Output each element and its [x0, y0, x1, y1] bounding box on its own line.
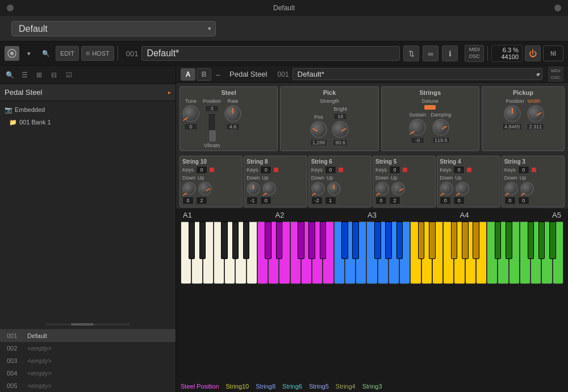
pickup-width-knob[interactable] [527, 105, 544, 122]
pos-knob[interactable] [310, 121, 327, 138]
info-icon[interactable]: ℹ [442, 45, 458, 61]
string-6-up-knob[interactable] [327, 182, 341, 195]
scroll-indicator[interactable] [45, 323, 130, 326]
host-button[interactable]: ⊞ HOST [81, 46, 114, 61]
black-key-oct4-0[interactable] [495, 222, 502, 259]
black-key-oct0-2[interactable] [221, 222, 228, 259]
black-key-oct3-3[interactable] [462, 222, 469, 259]
string-6-down-knob[interactable] [311, 182, 325, 195]
plugin-preset-dropdown[interactable]: Default* [293, 68, 542, 80]
search-icon[interactable]: 🔍 [39, 46, 53, 61]
black-key-oct0-0[interactable] [189, 222, 195, 259]
string-4-down-knob[interactable] [440, 182, 453, 195]
up-down-arrows[interactable]: ⇅ [403, 45, 419, 61]
instrument-header[interactable]: Pedal Steel ▸ [0, 84, 176, 101]
tab-a[interactable]: A [181, 68, 195, 81]
embedded-item[interactable]: 📷 Embedded [0, 103, 176, 116]
string-10-keys-label: Keys [182, 167, 194, 173]
black-key-oct2-3[interactable] [385, 222, 392, 259]
damping-knob[interactable] [432, 119, 449, 136]
string-4-up-knob[interactable] [456, 182, 469, 195]
preset-selector[interactable]: Default [11, 21, 216, 36]
piano-label-a2: A2 [275, 211, 285, 219]
preset-item-2[interactable]: 003 <empty> [0, 355, 176, 367]
plugin-preset-select[interactable]: Default* ▾ [293, 68, 542, 80]
position-slider[interactable] [208, 113, 216, 141]
list-view-icon[interactable]: ☰ [18, 69, 31, 81]
black-key-oct2-0[interactable] [341, 222, 348, 259]
string-5-down-label: Down [375, 175, 389, 181]
black-key-oct3-4[interactable] [473, 222, 479, 259]
octave-4[interactable] [487, 222, 563, 284]
columns-icon[interactable]: ⊟ [48, 69, 60, 81]
octave-1[interactable] [257, 222, 334, 284]
string-10-down-knob[interactable] [182, 182, 196, 195]
string-5-values: 0 2 [375, 197, 433, 205]
legend-steel-position: Steel Position [181, 383, 219, 390]
black-key-oct0-1[interactable] [199, 222, 206, 259]
black-key-oct4-2[interactable] [528, 222, 534, 259]
search-sidebar-icon[interactable]: 🔍 [3, 69, 16, 81]
preset-item-1[interactable]: 002 <empty> [0, 342, 176, 355]
string-6-up-label: Up [327, 175, 333, 181]
octave-0[interactable] [181, 222, 257, 284]
link-icon[interactable]: ∞ [423, 45, 438, 61]
string-8-down-knob[interactable] [247, 182, 260, 195]
string-3-up-knob[interactable] [520, 182, 534, 195]
string-5-down-knob[interactable] [375, 182, 389, 195]
preset-item-0[interactable]: 001 Default [0, 330, 176, 342]
dropdown-button[interactable]: ▾ [22, 46, 36, 61]
string-3-down-knob[interactable] [504, 182, 518, 195]
preset-name-display[interactable]: Default* [141, 46, 400, 61]
piano-keyboard[interactable] [181, 222, 563, 284]
black-key-oct1-2[interactable] [298, 222, 304, 259]
black-key-oct1-3[interactable] [308, 222, 315, 259]
black-key-oct4-4[interactable] [549, 222, 556, 259]
black-key-oct1-1[interactable] [276, 222, 283, 259]
bright-knob[interactable] [332, 121, 349, 138]
octave-3[interactable] [410, 222, 487, 284]
tune-knob[interactable] [182, 105, 199, 122]
preset-list: 001 Default 002 <empty> 003 <empty> 004 … [0, 329, 176, 392]
string-5-up-knob[interactable] [391, 182, 405, 195]
string-3-values: 0 0 [504, 197, 562, 205]
black-key-oct4-3[interactable] [538, 222, 545, 259]
black-key-oct2-1[interactable] [352, 222, 359, 259]
preset-item-3[interactable]: 004 <empty> [0, 367, 176, 380]
black-key-oct0-3[interactable] [232, 222, 239, 259]
rate-knob[interactable] [224, 105, 241, 122]
pickup-pos-knob[interactable] [504, 105, 521, 122]
sustain-knob[interactable] [409, 119, 426, 136]
minimize-button[interactable] [554, 5, 561, 11]
string-10-up-knob[interactable] [198, 182, 212, 195]
string-8-up-knob[interactable] [262, 182, 276, 195]
string-5-knobs [375, 182, 433, 195]
check-icon[interactable]: ☑ [62, 69, 75, 81]
string-10-title: String 10 [182, 159, 240, 165]
black-key-oct1-0[interactable] [265, 222, 272, 259]
instrument-arrow: ▸ [168, 89, 171, 95]
tab-minus[interactable]: – [212, 68, 224, 81]
black-key-oct1-4[interactable] [320, 222, 327, 259]
tab-b[interactable]: B [197, 68, 211, 81]
black-key-oct0-4[interactable] [243, 222, 250, 259]
black-key-oct3-1[interactable] [429, 222, 436, 259]
string-8-down-val: -1 [247, 197, 258, 205]
preset-item-4[interactable]: 005 <empty> [0, 380, 176, 392]
black-key-oct3-0[interactable] [418, 222, 425, 259]
tempo-display[interactable]: 6.3 % 44100 [491, 45, 523, 62]
black-key-oct2-2[interactable] [374, 222, 381, 259]
preset-num-1: 002 [7, 345, 23, 352]
bank-item[interactable]: 📁 001 Bank 1 [0, 116, 176, 128]
detune-bar[interactable] [424, 105, 436, 110]
close-button[interactable] [7, 5, 14, 11]
octave-2[interactable] [334, 222, 411, 284]
bank-label: 001 Bank 1 [19, 119, 51, 126]
grid-view-icon[interactable]: ⊞ [33, 69, 45, 81]
black-key-oct4-1[interactable] [506, 222, 512, 259]
content-area: 🔍 ☰ ⊞ ⊟ ☑ Pedal Steel ▸ 📷 Embedded 📁 001… [0, 66, 568, 392]
power-button[interactable]: ⏻ [525, 45, 541, 61]
black-key-oct3-2[interactable] [451, 222, 458, 259]
edit-button[interactable]: EDIT [56, 46, 79, 61]
black-key-oct2-4[interactable] [396, 222, 403, 259]
